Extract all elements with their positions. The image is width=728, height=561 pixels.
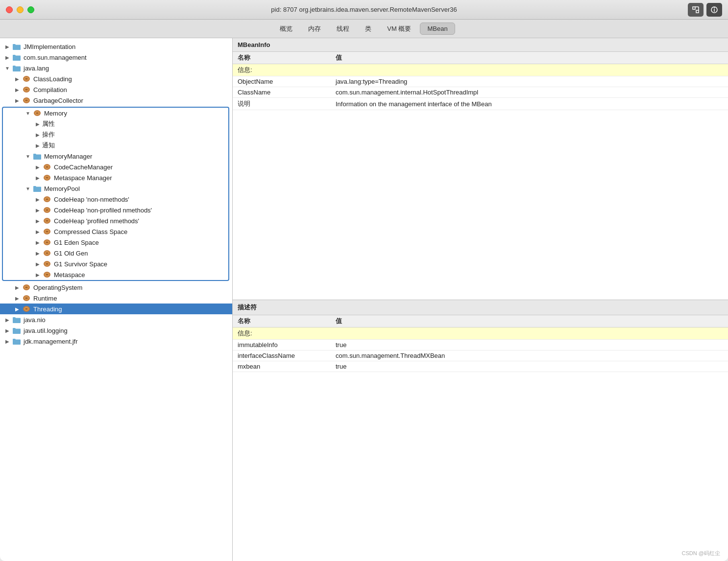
folder-icon [12, 43, 21, 50]
table-cell-name: ObjectName [233, 76, 331, 87]
sidebar-item-label: 通知 [42, 141, 55, 150]
table-row[interactable]: ObjectName java.lang:type=Threading [233, 76, 728, 87]
table-cell-name: 信息: [233, 327, 331, 339]
sidebar-item-label: Compilation [33, 86, 67, 94]
sidebar-item-label: MemoryManager [44, 153, 92, 160]
sidebar-item-label: Compressed Class Space [54, 228, 127, 235]
traffic-lights [6, 6, 34, 13]
sidebar-item-codeheap-non-nmethods[interactable]: CodeHeap 'non-nmethods' [3, 194, 228, 205]
sidebar-item-com-sun-management[interactable]: com.sun.management [0, 52, 232, 63]
sidebar-item-attributes[interactable]: 属性 [3, 118, 228, 129]
table-row[interactable]: ClassName com.sun.management.internal.Ho… [233, 87, 728, 98]
table-cell-name: immutableInfo [233, 339, 331, 350]
sidebar-item-g1-survivor-space[interactable]: G1 Survivor Space [3, 258, 228, 269]
sidebar-item-metaspace[interactable]: Metaspace [3, 269, 228, 280]
tab-memory[interactable]: 内存 [301, 23, 328, 35]
table-cell-value: Information on the management interface … [331, 98, 728, 110]
table-cell-name: ClassName [233, 87, 331, 98]
table-row[interactable]: interfaceClassName com.sun.management.Th… [233, 350, 728, 361]
right-panel: MBeanInfo 名称 值 信息: [233, 38, 728, 561]
tab-overview[interactable]: 概览 [273, 23, 299, 35]
sidebar-item-codeheap-profiled[interactable]: CodeHeap 'profiled nmethods' [3, 215, 228, 226]
sidebar-item-notify[interactable]: 通知 [3, 140, 228, 151]
table-row[interactable]: 信息: [233, 64, 728, 76]
sidebar-item-classloading[interactable]: ClassLoading [0, 73, 232, 84]
sidebar-item-memory[interactable]: Memory [3, 108, 228, 118]
main-content: JMImplementation com.sun.management java… [0, 38, 728, 561]
chevron-icon [34, 207, 41, 213]
sidebar-item-g1-old-gen[interactable]: G1 Old Gen [3, 248, 228, 258]
svg-rect-0 [693, 7, 695, 9]
table-cell-value: true [331, 339, 728, 350]
col-name-header: 名称 [233, 52, 331, 64]
descriptor-table[interactable]: 名称 值 信息: immutableInfo true [233, 315, 728, 561]
minimize-button[interactable] [17, 6, 24, 13]
sidebar-item-garbagecollector[interactable]: GarbageCollector [0, 95, 232, 106]
chevron-icon [4, 327, 11, 334]
sidebar-item-java-util-logging[interactable]: java.util.logging [0, 325, 232, 336]
table-row[interactable]: 信息: [233, 327, 728, 339]
sidebar-item-threading[interactable]: Threading [0, 304, 232, 314]
folder-icon [12, 54, 21, 61]
mbean-info-table[interactable]: 名称 值 信息: ObjectName java.lang:typ [233, 52, 728, 300]
sidebar-item-label: Metaspace Manager [54, 174, 112, 182]
close-button[interactable] [6, 6, 13, 13]
chevron-icon [34, 260, 41, 267]
sidebar-item-label: CodeHeap 'non-profiled nmethods' [54, 207, 152, 214]
window-title: pid: 8707 org.jetbrains.idea.maven.serve… [271, 6, 457, 13]
expand-button[interactable] [688, 3, 704, 17]
sidebar-item-jdk-management-jfr[interactable]: jdk.management.jfr [0, 336, 232, 347]
table-cell-value: true [331, 361, 728, 372]
bean-icon [43, 164, 51, 170]
table-row[interactable]: mxbean true [233, 361, 728, 372]
chevron-icon [14, 284, 21, 291]
folder-icon [12, 65, 21, 71]
chevron-icon [24, 153, 31, 160]
sidebar-item-label: G1 Old Gen [54, 250, 88, 257]
sidebar-item-metaspace-manager[interactable]: Metaspace Manager [3, 172, 228, 183]
bean-icon [22, 75, 31, 82]
toolbar-right [688, 3, 722, 17]
table-cell-name: 说明 [233, 98, 331, 110]
sidebar-item-memorymanager[interactable]: MemoryManager [3, 151, 228, 162]
chevron-icon [14, 305, 21, 312]
maximize-button[interactable] [27, 6, 34, 13]
sidebar-item-compilation[interactable]: Compilation [0, 84, 232, 95]
sidebar-item-runtime[interactable]: Runtime [0, 293, 232, 304]
sidebar-item-g1-eden-space[interactable]: G1 Eden Space [3, 237, 228, 248]
sidebar-item-label: Metaspace [54, 271, 85, 279]
chevron-icon [4, 43, 11, 50]
bean-icon [33, 110, 42, 117]
sidebar-item-label: Runtime [33, 295, 57, 302]
sidebar-item-java-nio[interactable]: java.nio [0, 314, 232, 325]
sidebar-item-compressed-class-space[interactable]: Compressed Class Space [3, 226, 228, 237]
bean-icon [43, 228, 51, 235]
table-row[interactable]: immutableInfo true [233, 339, 728, 350]
bean-icon [43, 250, 51, 257]
sidebar[interactable]: JMImplementation com.sun.management java… [0, 38, 233, 561]
sidebar-item-label: com.sun.management [24, 54, 87, 61]
sidebar-item-java-lang[interactable]: java.lang [0, 63, 232, 73]
tab-mbean[interactable]: MBean [420, 23, 455, 35]
sidebar-item-label: CodeCacheManager [54, 164, 113, 171]
memory-group-box: Memory 属性 操作 通知 [2, 107, 229, 281]
chevron-icon [14, 75, 21, 82]
table-row[interactable]: 说明 Information on the management interfa… [233, 98, 728, 110]
info-button[interactable] [706, 3, 722, 17]
tab-vm-overview[interactable]: VM 概要 [380, 23, 418, 35]
chevron-icon [24, 185, 31, 192]
tab-threads[interactable]: 线程 [330, 23, 356, 35]
tab-classes[interactable]: 类 [358, 23, 378, 35]
sidebar-item-memorypool[interactable]: MemoryPool [3, 183, 228, 194]
chevron-icon [4, 338, 11, 345]
sidebar-item-label: G1 Survivor Space [54, 260, 107, 268]
bean-icon [43, 260, 51, 267]
sidebar-item-jmimplementation[interactable]: JMImplementation [0, 41, 232, 52]
sidebar-item-operatingsystem[interactable]: OperatingSystem [0, 282, 232, 293]
sidebar-item-codecachemanager[interactable]: CodeCacheManager [3, 162, 228, 172]
sidebar-item-label: java.util.logging [24, 327, 68, 334]
table-cell-value: java.lang:type=Threading [331, 76, 728, 87]
sidebar-item-operations[interactable]: 操作 [3, 129, 228, 140]
sidebar-item-codeheap-non-profiled[interactable]: CodeHeap 'non-profiled nmethods' [3, 205, 228, 215]
col-value-header: 值 [331, 52, 728, 64]
